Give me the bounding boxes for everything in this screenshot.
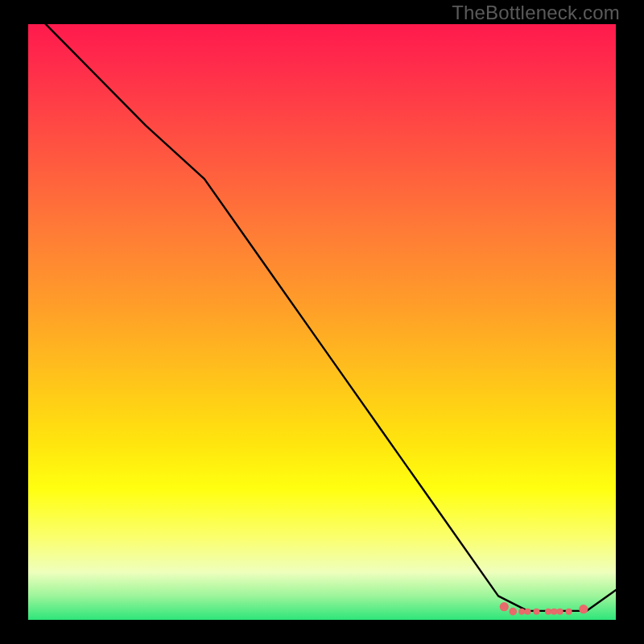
data-marker	[509, 608, 517, 616]
data-marker	[579, 605, 588, 613]
data-marker	[533, 609, 539, 615]
data-marker	[566, 609, 572, 615]
data-marker	[500, 602, 509, 611]
data-marker	[525, 609, 531, 615]
chart-overlay	[28, 24, 616, 620]
data-marker	[518, 609, 525, 615]
watermark-text: TheBottleneck.com	[452, 2, 620, 24]
data-marker	[545, 609, 551, 615]
chart-frame: TheBottleneck.com	[0, 0, 644, 644]
data-marker	[557, 609, 564, 615]
bottleneck-curve	[28, 6, 616, 611]
data-marker	[551, 609, 557, 615]
